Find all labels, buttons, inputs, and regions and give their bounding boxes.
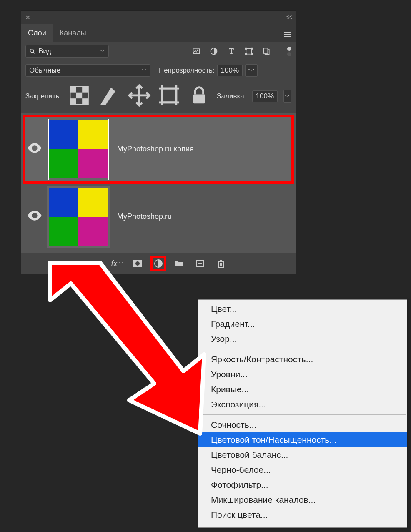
- svg-rect-19: [162, 88, 176, 103]
- annotation-arrow: [25, 254, 221, 450]
- menu-item-photo-filter[interactable]: Фотофильтр...: [198, 477, 407, 492]
- lock-pixels-icon[interactable]: [97, 83, 121, 110]
- tab-layers[interactable]: Слои: [21, 24, 53, 42]
- lock-artboard-icon[interactable]: [157, 83, 181, 110]
- menu-item-vibrance[interactable]: Сочность...: [198, 417, 407, 432]
- svg-rect-12: [70, 86, 76, 92]
- menu-separator: [199, 414, 406, 415]
- visibility-icon[interactable]: [26, 140, 43, 158]
- layer-row[interactable]: MyPhotoshop.ru: [24, 183, 293, 251]
- delete-layer-icon[interactable]: [216, 258, 226, 269]
- blend-mode-value: Обычные: [29, 66, 60, 75]
- layer-list: MyPhotoshop.ru копия MyPhotoshop.ru: [21, 113, 296, 253]
- filter-type-dropdown[interactable]: Вид ﹀: [25, 45, 109, 58]
- svg-point-3: [197, 50, 198, 51]
- collapse-icon[interactable]: <<: [285, 14, 291, 21]
- filter-text-icon[interactable]: T: [227, 47, 236, 55]
- menu-item-curves[interactable]: Кривые...: [198, 382, 407, 397]
- blend-toolbar: Обычные ﹀ Непрозрачность: 100% ﹀: [21, 61, 296, 80]
- opacity-label: Непрозрачность:: [159, 66, 215, 75]
- svg-rect-6: [246, 48, 247, 49]
- menu-item-exposure[interactable]: Экспозиция...: [198, 397, 407, 412]
- menu-item-color-balance[interactable]: Цветовой баланс...: [198, 447, 407, 462]
- adjustment-layer-icon[interactable]: [153, 258, 163, 269]
- menu-item-gradient[interactable]: Градиент...: [198, 316, 407, 331]
- panel-menu-icon[interactable]: [284, 30, 291, 37]
- svg-point-0: [30, 49, 34, 53]
- svg-point-26: [135, 261, 140, 266]
- svg-rect-14: [76, 93, 82, 98]
- svg-line-1: [33, 52, 35, 53]
- adjustment-menu: Цвет... Градиент... Узор... Яркость/Конт…: [198, 299, 407, 528]
- panel-titlebar: ✕ <<: [21, 11, 296, 24]
- tab-channels[interactable]: Каналы: [53, 24, 93, 42]
- layer-thumbnail: [47, 186, 110, 248]
- layer-name[interactable]: MyPhotoshop.ru копия: [117, 145, 194, 153]
- filter-pixel-icon[interactable]: [192, 47, 200, 55]
- svg-rect-13: [82, 86, 88, 92]
- svg-rect-8: [246, 53, 247, 55]
- svg-rect-31: [218, 261, 223, 267]
- menu-item-channel-mixer[interactable]: Микширование каналов...: [198, 492, 407, 507]
- panel-tabs: Слои Каналы: [21, 24, 296, 42]
- filter-shape-icon[interactable]: [245, 47, 253, 55]
- layer-style-icon[interactable]: fx﹀: [112, 258, 122, 269]
- svg-rect-10: [263, 48, 268, 54]
- menu-item-hue-saturation[interactable]: Цветовой тон/Насыщенность...: [198, 432, 407, 447]
- chevron-down-icon: ﹀: [100, 48, 105, 55]
- svg-rect-15: [70, 98, 76, 104]
- close-icon[interactable]: ✕: [25, 14, 30, 21]
- opacity-value[interactable]: 100%: [217, 65, 243, 76]
- fill-chevron[interactable]: ﹀: [283, 90, 291, 103]
- filter-toggle[interactable]: [287, 47, 291, 56]
- filter-type-label: Вид: [38, 47, 51, 55]
- svg-rect-24: [193, 95, 205, 104]
- filter-adjust-icon[interactable]: [210, 47, 218, 55]
- opacity-chevron[interactable]: ﹀: [245, 64, 258, 77]
- new-layer-icon[interactable]: [195, 258, 205, 269]
- layer-filter-toolbar: Вид ﹀ T: [21, 42, 296, 61]
- svg-marker-36: [50, 263, 204, 434]
- svg-rect-9: [251, 53, 252, 55]
- filter-smart-icon[interactable]: [262, 47, 271, 55]
- new-group-icon[interactable]: [174, 258, 184, 269]
- menu-separator: [199, 349, 406, 349]
- svg-rect-7: [251, 48, 252, 49]
- fill-value[interactable]: 100%: [252, 90, 278, 102]
- link-layers-icon[interactable]: [91, 258, 101, 269]
- lock-toolbar: Закрепить: Заливка: 100% ﹀: [21, 80, 296, 113]
- chevron-down-icon: ﹀: [142, 67, 147, 74]
- layer-name[interactable]: MyPhotoshop.ru: [117, 212, 172, 221]
- menu-item-levels[interactable]: Уровни...: [198, 367, 407, 382]
- lock-position-icon[interactable]: [127, 83, 151, 110]
- menu-item-solid-color[interactable]: Цвет...: [198, 301, 407, 316]
- lock-transparency-icon[interactable]: [67, 83, 91, 110]
- layers-panel: ✕ << Слои Каналы Вид ﹀ T Обычные ﹀: [21, 10, 296, 274]
- menu-item-black-white[interactable]: Черно-белое...: [198, 462, 407, 477]
- visibility-icon[interactable]: [26, 207, 43, 226]
- layer-mask-icon[interactable]: [133, 258, 143, 269]
- svg-rect-16: [82, 98, 88, 104]
- layer-thumbnail: [47, 118, 110, 181]
- layer-row[interactable]: MyPhotoshop.ru копия: [24, 115, 293, 183]
- fill-label: Заливка:: [217, 92, 246, 100]
- menu-item-brightness[interactable]: Яркость/Контрастность...: [198, 352, 407, 367]
- lock-label: Закрепить:: [25, 92, 61, 100]
- lock-all-icon[interactable]: [187, 83, 211, 110]
- menu-item-pattern[interactable]: Узор...: [198, 331, 407, 346]
- layers-footer: fx﹀: [21, 253, 296, 274]
- blend-mode-dropdown[interactable]: Обычные ﹀: [25, 64, 150, 77]
- menu-item-color-lookup[interactable]: Поиск цвета...: [198, 507, 407, 522]
